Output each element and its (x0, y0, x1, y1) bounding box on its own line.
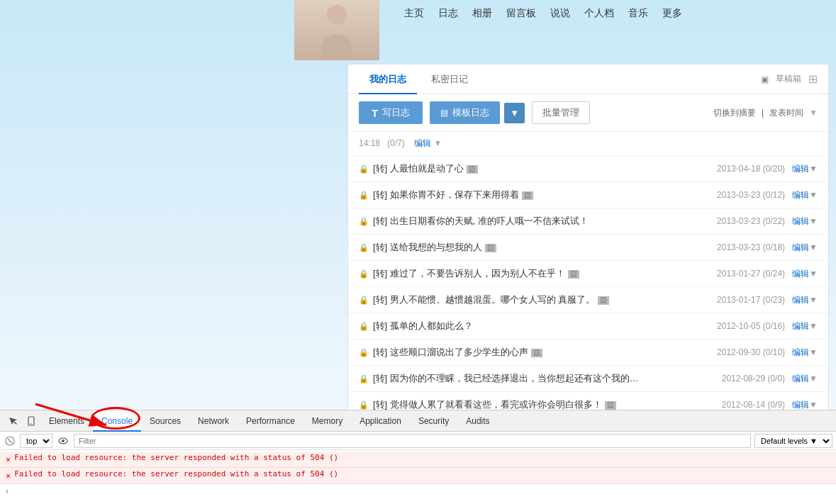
journal-item: 🔒[转] 因为你的不理睬，我已经选择退出，当你想起还有这个我的…2012-08-… (348, 366, 828, 392)
edit-arrow: ▼ (809, 190, 818, 200)
journal-edit-link[interactable]: 编辑▼ (792, 242, 818, 254)
journal-edit-link[interactable]: 编辑▼ (792, 294, 818, 306)
console-level-select[interactable]: Default levels ▼ (754, 434, 832, 448)
lock-icon: 🔒 (359, 269, 369, 279)
tab-action-icon2: ⊞ (808, 72, 818, 86)
first-edit[interactable]: 编辑 (414, 138, 431, 148)
console-eye-icon[interactable] (56, 434, 70, 448)
journal-meta: 2012-08-14 (0/9) (722, 400, 785, 410)
tab-private-diary[interactable]: 私密日记 (420, 65, 479, 94)
journal-edit-link[interactable]: 编辑▼ (792, 373, 818, 385)
switch-summary-link[interactable]: 切换到摘要 (713, 107, 756, 119)
lock-icon: 🔒 (359, 348, 369, 357)
journal-title[interactable]: [转] 这些顺口溜说出了多少学生的心声🖼 (373, 346, 710, 359)
template-button[interactable]: ▤ 模板日志 (430, 101, 500, 124)
lock-icon: 🔒 (359, 243, 369, 252)
edit-arrow: ▼ (809, 164, 818, 174)
first-time: 14:18 (359, 138, 380, 148)
profile-nav: 主页 日志 相册 留言板 说说 个人档 音乐 更多 (298, 7, 836, 20)
draft-box-link[interactable]: 草稿箱 (776, 73, 801, 85)
edit-arrow: ▼ (809, 321, 818, 331)
journal-title[interactable]: [转] 出生日期看你的天赋, 准的吓人哦一不信来试试！ (373, 215, 710, 228)
devtools-tab-sources[interactable]: Sources (141, 410, 189, 432)
error-icon-1: ✕ (6, 453, 11, 466)
error-text-1: Failed to load resource: the server resp… (14, 453, 338, 462)
devtools-tabs-bar: Elements Console Sources Network Perform… (0, 410, 836, 432)
console-messages: ✕ Failed to load resource: the server re… (0, 450, 836, 500)
journal-title[interactable]: [转] 如果你胃不好，保存下来用得着🖼 (373, 189, 710, 201)
svg-point-7 (62, 439, 65, 442)
journal-edit-link[interactable]: 编辑▼ (792, 189, 818, 201)
devtools-tab-application[interactable]: Application (351, 410, 410, 432)
journal-meta: 2013-03-23 (0/22) (717, 216, 785, 226)
journal-edit-link[interactable]: 编辑▼ (792, 399, 818, 411)
tab-my-diary[interactable]: 我的日志 (359, 65, 417, 94)
draft-box-icon: ▣ (761, 74, 769, 84)
first-count: (0/7) (387, 138, 405, 148)
nav-profile[interactable]: 个人档 (584, 7, 614, 20)
image-icon: 🖼 (598, 296, 609, 305)
nav-album[interactable]: 相册 (472, 7, 492, 20)
nav-status[interactable]: 说说 (550, 7, 570, 20)
devtools-tab-performance[interactable]: Performance (238, 410, 303, 432)
journal-item: 🔒[转] 男人不能惯、越惯越混蛋。哪个女人写的 真服了。🖼2013-01-17 … (348, 287, 828, 313)
nav-home[interactable]: 主页 (404, 7, 424, 20)
nav-more[interactable]: 更多 (662, 7, 682, 20)
console-error-2: ✕ Failed to load resource: the server re… (0, 468, 836, 484)
batch-button[interactable]: 批量管理 (532, 101, 590, 124)
console-context-select[interactable]: top (20, 434, 52, 448)
console-clear-icon[interactable] (4, 435, 16, 447)
journal-meta: 2013-01-17 (0/23) (717, 295, 785, 305)
journal-title[interactable]: [转] 男人不能惯、越惯越混蛋。哪个女人写的 真服了。🖼 (373, 293, 710, 306)
journal-edit-link[interactable]: 编辑▼ (792, 215, 818, 228)
edit-arrow: ▼ (809, 295, 818, 305)
lock-icon: 🔒 (359, 374, 369, 383)
devtools-mobile-icon[interactable] (22, 412, 40, 430)
image-icon: 🖼 (485, 244, 496, 252)
devtools-cursor-icon[interactable] (4, 412, 22, 430)
journal-meta: 2013-03-23 (0/12) (717, 190, 785, 200)
journal-edit-link[interactable]: 编辑▼ (792, 163, 818, 175)
nav-music[interactable]: 音乐 (628, 7, 648, 20)
post-time-link[interactable]: 发表时间 (769, 107, 803, 119)
edit-arrow: ▼ (809, 216, 818, 226)
prompt-icon: › (6, 486, 9, 496)
svg-point-1 (321, 34, 352, 59)
devtools-tab-memory[interactable]: Memory (303, 410, 351, 432)
nav-guestbook[interactable]: 留言板 (506, 7, 536, 20)
journal-edit-link[interactable]: 编辑▼ (792, 268, 818, 280)
journal-item: 🔒[转] 孤单的人都如此么？2012-10-05 (0/16)编辑▼ (348, 313, 828, 340)
devtools-tab-audits[interactable]: Audits (457, 410, 498, 432)
tabs-row: 我的日志 私密日记 ▣ 草稿箱 ⊞ (348, 65, 828, 94)
journal-title[interactable]: [转] 送给我想的与想我的人🖼 (373, 241, 710, 254)
tab-actions: ▣ 草稿箱 ⊞ (761, 72, 818, 86)
write-button[interactable]: T 写日志 (359, 101, 423, 124)
journal-edit-link[interactable]: 编辑▼ (792, 347, 818, 359)
journal-title[interactable]: [转] 难过了，不要告诉别人，因为别人不在乎！🖼 (373, 267, 710, 280)
edit-arrow: ▼ (809, 400, 818, 410)
console-prompt-row: › (0, 484, 836, 498)
journal-item: 🔒[转] 这些顺口溜说出了多少学生的心声🖼2012-09-30 (0/10)编辑… (348, 340, 828, 366)
devtools-tab-security[interactable]: Security (410, 410, 457, 432)
journal-item: 🔒[转] 如果你胃不好，保存下来用得着🖼2013-03-23 (0/12)编辑▼ (348, 182, 828, 208)
journal-meta: 2012-09-30 (0/10) (717, 347, 785, 357)
journal-meta: 2012-08-29 (0/0) (722, 374, 785, 383)
devtools-tab-console[interactable]: Console (93, 410, 141, 432)
image-icon: 🖼 (531, 349, 542, 357)
console-error-1: ✕ Failed to load resource: the server re… (0, 452, 836, 468)
devtools-tab-elements[interactable]: Elements (40, 410, 93, 432)
journal-title[interactable]: [转] 因为你的不理睬，我已经选择退出，当你想起还有这个我的… (373, 372, 715, 385)
nav-diary[interactable]: 日志 (438, 7, 458, 20)
journal-edit-link[interactable]: 编辑▼ (792, 320, 818, 332)
lock-icon: 🔒 (359, 296, 369, 305)
console-filter-input[interactable] (74, 434, 751, 448)
edit-arrow: ▼ (809, 347, 818, 357)
template-icon: ▤ (440, 108, 448, 118)
devtools-tab-network[interactable]: Network (189, 410, 238, 432)
journal-title[interactable]: [转] 孤单的人都如此么？ (373, 320, 710, 332)
image-icon: 🖼 (605, 401, 616, 410)
journal-title[interactable]: [转] 人最怕就是动了心🖼 (373, 162, 710, 175)
edit-arrow: ▼ (809, 242, 818, 252)
journal-meta: 2012-10-05 (0/16) (717, 321, 785, 331)
template-dropdown-button[interactable]: ▼ (504, 103, 525, 123)
